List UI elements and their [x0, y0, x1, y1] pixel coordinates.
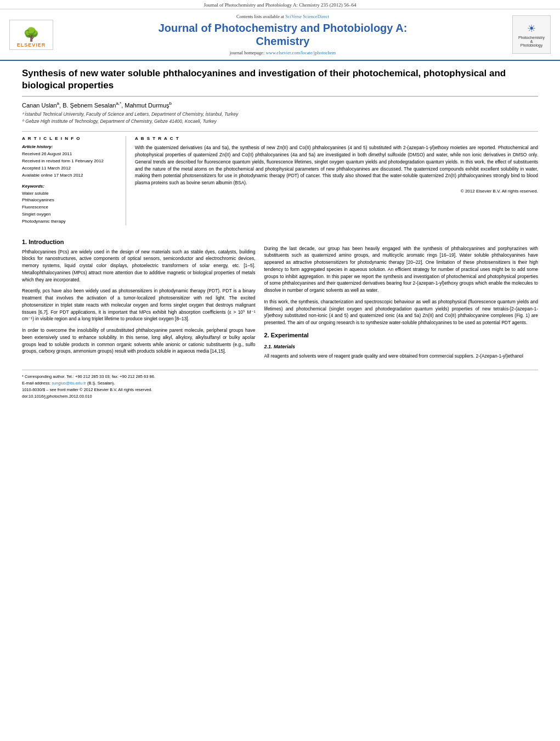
- keyword-2: Phthalocyanines: [22, 197, 120, 204]
- keyword-5: Photodynamic therapy: [22, 218, 120, 225]
- keywords-section: Keywords: Water soluble Phthalocyanines …: [22, 184, 120, 225]
- section2-text: All reagents and solvents were of reagen…: [264, 353, 539, 360]
- intro-right-paragraph-2: In this work, the synthesis, characteriz…: [264, 298, 539, 326]
- body-left-column: 1. Introduction Phthalocyanines (Pcs) ar…: [22, 233, 256, 364]
- info-abstract-section: A R T I C L E I N F O Article history: R…: [22, 131, 538, 225]
- elsevier-tree-icon: 🌳: [23, 28, 39, 41]
- section1-title: 1. Introduction: [22, 239, 256, 245]
- section2-title: 2. Experimental: [264, 332, 539, 338]
- article-info-column: A R T I C L E I N F O Article history: R…: [22, 136, 126, 225]
- journal-citation: Journal of Photochemistry and Photobiolo…: [203, 2, 356, 8]
- section2-1-title: 2.1. Materials: [264, 344, 539, 349]
- pc-logo-label3: Photobiology: [521, 43, 542, 47]
- sciversedirect-link[interactable]: SciVerse ScienceDirect: [285, 14, 329, 19]
- affiliations: ᵃ İstanbul Technical University, Faculty…: [22, 111, 538, 125]
- journal-header-center: Contents lists available at SciVerse Sci…: [61, 14, 504, 55]
- article-title: Synthesis of new water soluble phthalocy…: [22, 67, 538, 97]
- article-info-header: A R T I C L E I N F O: [22, 136, 120, 141]
- keywords-list: Water soluble Phthalocyanines Fluorescen…: [22, 190, 120, 225]
- journal-header: 🌳 ELSEVIER Contents lists available at S…: [0, 9, 560, 61]
- pc-logo-area: ☀ Photochemistry & Photobiology: [510, 14, 553, 55]
- pc-logo-icon: ☀: [527, 22, 536, 35]
- author-names: Canan Uslana, B. Şebnem Sesalana,*, Mahm…: [22, 102, 172, 109]
- intro-paragraph-2: Recently, pcs have also been widely used…: [22, 287, 256, 323]
- history-label: Article history:: [22, 144, 120, 149]
- abstract-column: A B S T R A C T With the quaternized der…: [135, 136, 538, 225]
- journal-title: Journal of Photochemistry and Photobiolo…: [159, 21, 408, 48]
- issn-line: 1010-6030/$ – see front matter © 2012 El…: [22, 387, 538, 393]
- pc-logo-label1: Photochemistry: [518, 36, 545, 39]
- pc-logo-label2: &: [530, 39, 533, 43]
- authors-line: Canan Uslana, B. Şebnem Sesalana,*, Mahm…: [22, 101, 538, 109]
- doi-line: doi:10.1016/j.jphotochem.2012.03.010: [22, 393, 538, 400]
- corresponding-note: * Corresponding author. Tel.: +90 212 28…: [22, 374, 538, 380]
- photochemistry-logo: ☀ Photochemistry & Photobiology: [512, 15, 551, 54]
- footer-footnotes: * Corresponding author. Tel.: +90 212 28…: [22, 370, 538, 400]
- email-person: (B.Ş. Sesalan).: [87, 381, 115, 386]
- main-content: Synthesis of new water soluble phthalocy…: [0, 61, 560, 411]
- intro-right-paragraph-1: During the last decade, our group has be…: [264, 245, 539, 294]
- email-link[interactable]: sungius@itu.edu.tr: [52, 381, 86, 386]
- intro-paragraph-3: In order to overcome the insolubility of…: [22, 327, 256, 355]
- received1: Received 26 August 2011: [22, 151, 120, 158]
- keyword-3: Fluorescence: [22, 204, 120, 211]
- body-content: 1. Introduction Phthalocyanines (Pcs) ar…: [22, 233, 538, 364]
- accepted: Accepted 11 March 2012: [22, 165, 120, 172]
- keyword-4: Singlet oxygen: [22, 211, 120, 218]
- history-items: Received 26 August 2011 Received in revi…: [22, 151, 120, 179]
- keywords-label: Keywords:: [22, 184, 120, 189]
- elsevier-label: ELSEVIER: [17, 42, 46, 48]
- abstract-copyright: © 2012 Elsevier B.V. All rights reserved…: [135, 189, 538, 194]
- homepage-url[interactable]: www.elsevier.com/locate/jphotochem: [265, 50, 336, 55]
- keyword-1: Water soluble: [22, 190, 120, 197]
- elsevier-logo-area: 🌳 ELSEVIER: [7, 14, 56, 55]
- email-note: E-mail address: sungius@itu.edu.tr (B.Ş.…: [22, 380, 538, 387]
- top-journal-bar: Journal of Photochemistry and Photobiolo…: [0, 0, 560, 9]
- affiliation-b: ᵇ Gebze High Institute of Technology, De…: [22, 118, 538, 125]
- abstract-text: With the quaternized derivatives (4a and…: [135, 144, 538, 186]
- elsevier-logo: 🌳 ELSEVIER: [9, 20, 53, 50]
- intro-paragraph-1: Phthalocyanines (Pcs) are widely used in…: [22, 248, 256, 284]
- journal-homepage: journal homepage: www.elsevier.com/locat…: [230, 50, 336, 55]
- abstract-header: A B S T R A C T: [135, 136, 538, 141]
- email-label: E-mail address:: [22, 381, 50, 386]
- sciverselink-text: Contents lists available at SciVerse Sci…: [236, 14, 329, 19]
- available-online: Available online 17 March 2012: [22, 172, 120, 179]
- affiliation-a: ᵃ İstanbul Technical University, Faculty…: [22, 111, 538, 118]
- received2: Received in revised form 1 February 2012: [22, 158, 120, 165]
- body-right-column: During the last decade, our group has be…: [264, 233, 539, 364]
